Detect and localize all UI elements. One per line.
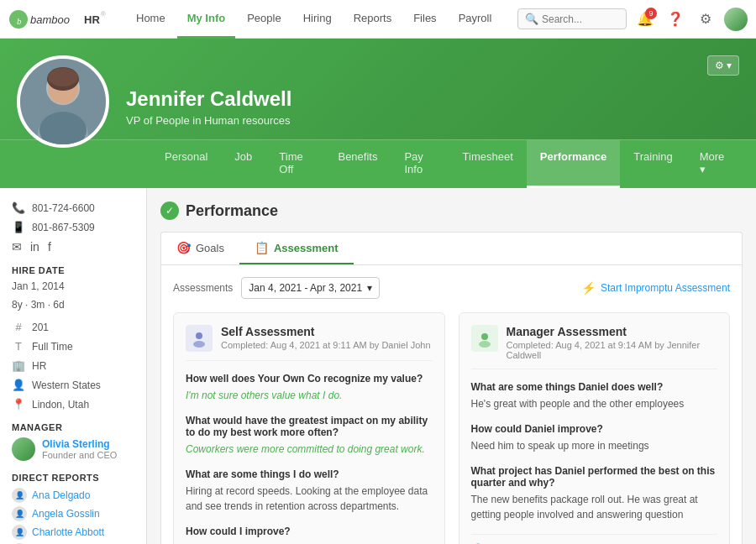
self-qa-0: How well does Your Own Co recognize my v… <box>186 373 433 403</box>
tab-benefits[interactable]: Benefits <box>324 140 391 188</box>
svg-point-14 <box>193 341 205 348</box>
sidebar-department: 🏢 HR <box>12 359 134 372</box>
search-input[interactable] <box>542 13 619 25</box>
manager-assessment-subtitle: Completed: Aug 4, 2021 at 9:14 AM by Jen… <box>507 340 718 360</box>
sidebar-employee-id: # 201 <box>12 321 134 333</box>
manager-label: Manager <box>12 422 134 432</box>
dr-item[interactable]: 👤 Ana Delgado <box>12 488 134 503</box>
sidebar-hire-date: Jan 1, 2014 <box>12 280 134 292</box>
date-range-select[interactable]: Jan 4, 2021 - Apr 3, 2021 ▾ <box>241 277 380 299</box>
subtab-assessment-label: Assessment <box>274 242 339 254</box>
tab-more[interactable]: More ▾ <box>686 140 739 188</box>
linkedin-icon[interactable]: in <box>30 240 39 254</box>
help-icon[interactable]: ❓ <box>664 8 687 31</box>
dr-name-0: Ana Delgado <box>32 489 90 501</box>
chevron-down-icon: ▾ <box>367 282 372 294</box>
self-assessment-header: Self Assessment Completed: Aug 4, 2021 a… <box>186 325 433 361</box>
dr-avatar-2: 👤 <box>12 525 27 540</box>
dept-icon: 🏢 <box>12 359 25 372</box>
manager-assessment-title-block: Manager Assessment Completed: Aug 4, 202… <box>507 325 718 360</box>
manager-answer-0: He's great with people and the other emp… <box>471 396 718 411</box>
tab-training[interactable]: Training <box>620 140 685 188</box>
self-answer-1: Coworkers were more committed to doing g… <box>186 442 433 457</box>
self-assessment-card: Self Assessment Completed: Aug 4, 2021 a… <box>173 312 445 544</box>
assessment-bar: Assessments Jan 4, 2021 - Apr 3, 2021 ▾ … <box>173 277 730 299</box>
search-icon: 🔍 <box>525 13 538 25</box>
manager-assessment-card: Manager Assessment Completed: Aug 4, 202… <box>459 312 731 544</box>
sidebar-phone2: 📱 801-867-5309 <box>12 221 134 233</box>
self-answer-3: Outline new OKRs before the quarter star… <box>186 541 433 544</box>
facebook-icon[interactable]: f <box>48 240 51 254</box>
dr-item[interactable]: 👤 Angela Gosslin <box>12 506 134 521</box>
direct-reports-list: 👤 Ana Delgado 👤 Angela Gosslin 👤 Charlot… <box>12 488 134 544</box>
manager-row: Olivia Sterling Founder and CEO <box>12 437 134 461</box>
date-range-value: Jan 4, 2021 - Apr 3, 2021 <box>249 282 362 294</box>
settings-icon[interactable]: ⚙ <box>694 8 717 31</box>
svg-point-17 <box>479 341 491 348</box>
manager-avatar <box>12 437 35 461</box>
nav-files[interactable]: Files <box>403 0 446 39</box>
manager-section: Manager <box>12 422 134 432</box>
manager-info: Olivia Sterling Founder and CEO <box>42 438 117 460</box>
profile-title: VP of People in Human resources <box>126 114 739 127</box>
phone2-icon: 📱 <box>12 221 25 233</box>
hire-date-label: Hire Date <box>12 265 134 275</box>
sidebar-hire-duration: 8y · 3m · 6d <box>12 299 134 311</box>
sidebar-contact-icons: ✉ in f <box>12 240 134 254</box>
tab-payinfo[interactable]: Pay Info <box>391 140 449 188</box>
performance-title-icon: ✓ <box>160 201 179 220</box>
logo[interactable]: b bamboo HR ® <box>8 8 118 31</box>
impromptu-icon: ⚡ <box>581 281 596 295</box>
tab-timeoff[interactable]: Time Off <box>265 140 324 188</box>
manager-name[interactable]: Olivia Sterling <box>42 438 117 450</box>
dr-name-2: Charlotte Abbott <box>32 526 104 538</box>
self-answer-2: Hiring at record speeds. Looking at the … <box>186 484 433 514</box>
dr-name-1: Angela Gosslin <box>32 508 100 520</box>
sidebar-location: 📍 Lindon, Utah <box>12 398 134 411</box>
nav-payroll[interactable]: Payroll <box>449 0 502 39</box>
content-area: ✓ Performance 🎯 Goals 📋 Assessment Asses… <box>147 188 756 544</box>
nav-myinfo[interactable]: My Info <box>177 0 236 39</box>
tab-performance[interactable]: Performance <box>527 140 620 188</box>
svg-text:HR: HR <box>84 13 100 26</box>
nav-reports[interactable]: Reports <box>344 0 402 39</box>
sidebar: 📞 801-724-6600 📱 801-867-5309 ✉ in f Hir… <box>0 188 147 544</box>
nav-people[interactable]: People <box>237 0 291 39</box>
profile-tabs: Personal Job Time Off Benefits Pay Info … <box>0 139 756 188</box>
dr-item[interactable]: 👤 Charlotte Abbott <box>12 525 134 540</box>
nav-home[interactable]: Home <box>126 0 176 39</box>
nav-hiring[interactable]: Hiring <box>293 0 342 39</box>
self-question-2: What are some things I do well? <box>186 468 433 480</box>
notification-icon[interactable]: 🔔 9 <box>633 8 657 31</box>
search-box[interactable]: 🔍 <box>517 8 627 29</box>
manager-answer-1: Need him to speak up more in meetings <box>471 438 718 453</box>
manager-role: Founder and CEO <box>42 450 117 460</box>
manager-answer-2: The new benefits package roll out. He wa… <box>471 492 718 522</box>
top-navigation: b bamboo HR ® Home My Info People Hiring… <box>0 0 756 39</box>
profile-avatar <box>17 55 109 148</box>
tab-job[interactable]: Job <box>221 140 265 188</box>
start-impromptu-button[interactable]: ⚡ Start Impromptu Assessment <box>581 281 730 295</box>
region-icon: 👤 <box>12 379 25 391</box>
tab-personal[interactable]: Personal <box>151 140 221 188</box>
profile-gear-button[interactable]: ⚙ ▾ <box>707 55 739 76</box>
email-icon[interactable]: ✉ <box>12 240 22 254</box>
user-avatar[interactable] <box>724 8 748 31</box>
assessment-icon: 📋 <box>255 241 269 254</box>
tab-timesheet[interactable]: Timesheet <box>449 140 527 188</box>
assessments-label: Assessments <box>173 282 233 294</box>
notification-badge: 9 <box>645 8 657 19</box>
main-content: 📞 801-724-6600 📱 801-867-5309 ✉ in f Hir… <box>0 188 756 544</box>
page-title-row: ✓ Performance <box>160 201 743 220</box>
sidebar-employment-type: T Full Time <box>12 340 134 353</box>
manager-assessment-header: Manager Assessment Completed: Aug 4, 202… <box>471 325 718 369</box>
manager-qa-2: What project has Daniel performed the be… <box>471 465 718 522</box>
self-qa-2: What are some things I do well? Hiring a… <box>186 468 433 514</box>
svg-point-16 <box>481 333 488 340</box>
subtab-goals[interactable]: 🎯 Goals <box>161 233 239 264</box>
manager-qa-1: How could Daniel improve? Need him to sp… <box>471 423 718 453</box>
subtab-assessment[interactable]: 📋 Assessment <box>239 233 354 264</box>
self-answer-0: I'm not sure others value what I do. <box>186 388 433 403</box>
profile-actions: ⚙ ▾ <box>707 55 739 76</box>
id-icon: # <box>12 321 25 333</box>
